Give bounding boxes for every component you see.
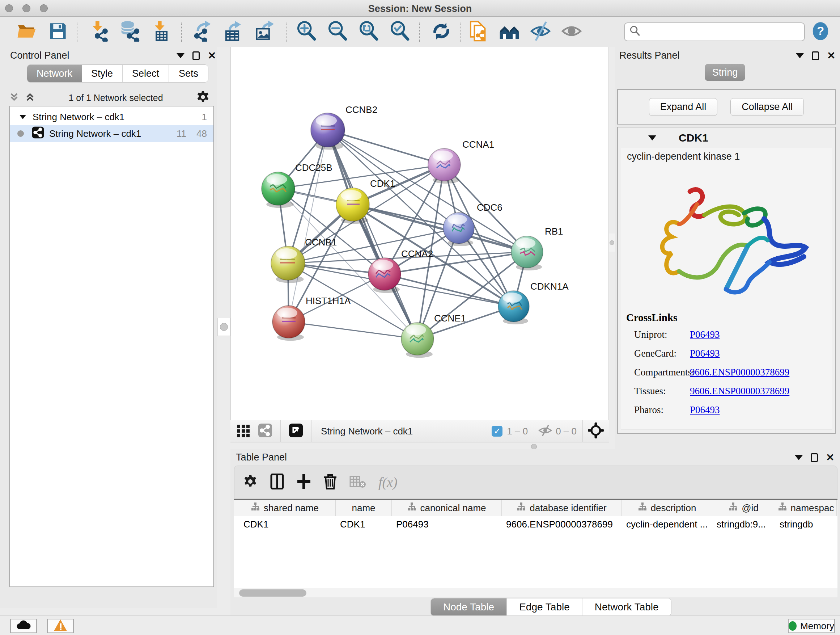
panel-collapse-icon[interactable] bbox=[796, 53, 804, 58]
panel-float-icon[interactable] bbox=[812, 51, 819, 60]
collapse-all-networks-icon[interactable] bbox=[25, 92, 35, 104]
crosslink-link[interactable]: P06493 bbox=[690, 329, 720, 348]
panel-collapse-icon[interactable] bbox=[177, 53, 185, 58]
open-session-button[interactable] bbox=[15, 20, 38, 43]
right-splitter-handle[interactable] bbox=[609, 233, 615, 252]
table-row[interactable]: CDK1CDK1P064939606.ENSP00000378699cyclin… bbox=[234, 516, 837, 532]
hidden-eye-icon[interactable] bbox=[538, 424, 552, 439]
expand-all-button[interactable]: Expand All bbox=[649, 98, 718, 116]
memory-button[interactable]: Memory bbox=[788, 619, 835, 633]
panel-float-icon[interactable] bbox=[811, 453, 818, 462]
table-hscroll-thumb[interactable] bbox=[239, 589, 306, 597]
gear-icon[interactable] bbox=[196, 90, 210, 105]
export-table-button[interactable] bbox=[222, 20, 245, 43]
section-collapse-icon[interactable] bbox=[648, 135, 656, 141]
string-home-button[interactable] bbox=[498, 20, 521, 43]
tab-sets[interactable]: Sets bbox=[169, 65, 208, 82]
panel-close-icon[interactable]: ✕ bbox=[208, 51, 216, 60]
export-image-button[interactable] bbox=[253, 20, 276, 43]
crosshair-icon[interactable] bbox=[588, 423, 604, 440]
zoom-selected-button[interactable] bbox=[388, 20, 411, 43]
column-header-namespac[interactable]: namespac bbox=[775, 500, 837, 516]
table-cell[interactable]: CDK1 bbox=[234, 516, 336, 532]
network-edge[interactable] bbox=[289, 322, 417, 339]
column-header-name[interactable]: name bbox=[336, 500, 392, 516]
selected-checkbox[interactable]: ✓ bbox=[492, 426, 502, 437]
table-cell[interactable]: cyclin-dependent ... bbox=[622, 516, 712, 532]
import-network-database-button[interactable] bbox=[118, 20, 141, 43]
show-columns-icon[interactable] bbox=[270, 473, 284, 491]
birdseye-view-icon[interactable] bbox=[289, 423, 303, 439]
table-cell[interactable]: 9606.ENSP00000378699 bbox=[502, 516, 622, 532]
gear-icon[interactable] bbox=[243, 474, 257, 490]
network-node-CCNB1[interactable] bbox=[271, 246, 305, 283]
left-splitter-handle[interactable] bbox=[218, 318, 231, 336]
column-header-description[interactable]: description bbox=[622, 500, 712, 516]
crosslink-link[interactable]: 9606.ENSP00000378699 bbox=[690, 367, 789, 386]
tab-edge-table[interactable]: Edge Table bbox=[507, 599, 583, 616]
table-cell[interactable]: stringdb bbox=[775, 516, 837, 532]
column-header-@id[interactable]: @id bbox=[712, 500, 775, 516]
add-column-icon[interactable] bbox=[297, 473, 311, 491]
network-node-CCNA1[interactable] bbox=[428, 149, 461, 184]
network-share-icon[interactable] bbox=[258, 423, 272, 439]
tab-network[interactable]: Network bbox=[27, 65, 82, 82]
panel-close-icon[interactable]: ✕ bbox=[827, 51, 835, 60]
table-cell[interactable]: P06493 bbox=[392, 516, 502, 532]
tab-select[interactable]: Select bbox=[123, 65, 169, 82]
copy-button[interactable] bbox=[467, 20, 490, 43]
tab-style[interactable]: Style bbox=[82, 65, 123, 82]
crosslink-link[interactable]: 9606.ENSP00000378699 bbox=[690, 386, 789, 404]
network-node-HIST1H1A[interactable] bbox=[272, 306, 305, 340]
import-table-file-button[interactable] bbox=[149, 20, 172, 43]
network-edge[interactable] bbox=[328, 130, 444, 165]
tab-node-table[interactable]: Node Table bbox=[431, 599, 507, 616]
column-header-shared-name[interactable]: shared name bbox=[234, 500, 336, 516]
crosslink-link[interactable]: P06493 bbox=[690, 348, 720, 367]
network-node-CDKN1A[interactable] bbox=[498, 291, 529, 325]
panel-collapse-icon[interactable] bbox=[795, 455, 803, 460]
network-collection-row[interactable]: String Network – cdk1 1 bbox=[10, 109, 213, 125]
tab-string[interactable]: String bbox=[705, 64, 745, 81]
zoom-in-button[interactable] bbox=[295, 20, 318, 43]
zoom-fit-button[interactable] bbox=[357, 20, 380, 43]
network-node-CDC6[interactable] bbox=[443, 212, 474, 246]
tree-expand-icon[interactable] bbox=[19, 115, 27, 119]
column-header-database-identifier[interactable]: database identifier bbox=[502, 500, 622, 516]
show-all-button[interactable] bbox=[560, 20, 583, 43]
network-node-CCNA2[interactable] bbox=[368, 258, 401, 293]
search-box[interactable] bbox=[624, 22, 805, 41]
warning-button[interactable] bbox=[47, 619, 74, 633]
network-edge[interactable] bbox=[328, 130, 417, 339]
network-graph[interactable]: CCNB2CCNA1CDC25BCDK1CDC6RB1CCNB1CCNA2CDK… bbox=[231, 47, 609, 420]
network-row[interactable]: String Network – cdk1 11 48 bbox=[10, 125, 213, 142]
tab-network-table[interactable]: Network Table bbox=[583, 599, 671, 616]
crosslink-link[interactable]: P06493 bbox=[690, 404, 720, 423]
network-edge[interactable] bbox=[289, 130, 328, 322]
network-canvas[interactable]: CCNB2CCNA1CDC25BCDK1CDC6RB1CCNB1CCNA2CDK… bbox=[231, 47, 609, 420]
hide-selected-button[interactable] bbox=[529, 20, 552, 43]
panel-close-icon[interactable]: ✕ bbox=[826, 453, 834, 462]
help-button[interactable]: ? bbox=[809, 20, 832, 43]
table-hscrollbar[interactable] bbox=[234, 588, 837, 597]
refresh-button[interactable] bbox=[430, 20, 453, 43]
network-node-CDK1[interactable] bbox=[336, 188, 369, 224]
export-network-button[interactable] bbox=[191, 20, 214, 43]
save-session-button[interactable] bbox=[46, 20, 69, 43]
table-cell[interactable]: stringdb:9... bbox=[712, 516, 775, 532]
collapse-all-button[interactable]: Collapse All bbox=[730, 98, 804, 116]
zoom-out-button[interactable] bbox=[326, 20, 349, 43]
cloud-button[interactable] bbox=[10, 619, 37, 633]
search-input[interactable] bbox=[641, 27, 796, 38]
network-node-RB1[interactable] bbox=[511, 236, 543, 271]
import-network-file-button[interactable] bbox=[87, 20, 110, 43]
panel-float-icon[interactable] bbox=[193, 51, 200, 60]
network-node-CDC25B[interactable] bbox=[262, 172, 295, 208]
column-header-canonical-name[interactable]: canonical name bbox=[392, 500, 502, 516]
network-node-CCNE1[interactable] bbox=[401, 323, 434, 358]
table-cell[interactable]: CDK1 bbox=[336, 516, 392, 532]
gene-section-header[interactable]: CDK1 bbox=[621, 130, 832, 146]
delete-column-icon[interactable] bbox=[324, 473, 337, 491]
grid-view-icon[interactable] bbox=[236, 423, 251, 439]
expand-all-networks-icon[interactable] bbox=[9, 92, 19, 104]
